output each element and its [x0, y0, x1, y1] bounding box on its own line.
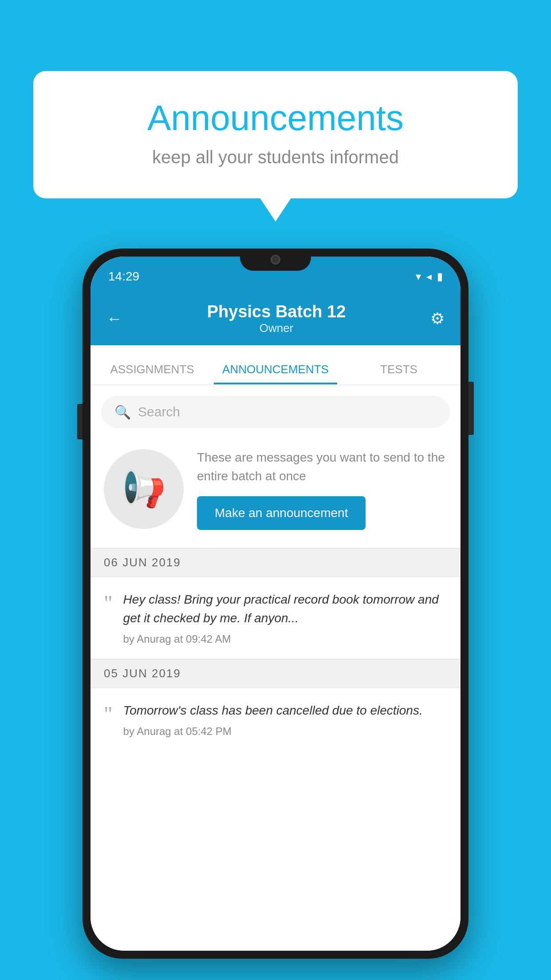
date-separator-2: 05 JUN 2019	[91, 659, 460, 688]
tab-announcements[interactable]: ANNOUNCEMENTS	[214, 363, 337, 384]
tab-bar: ASSIGNMENTS ANNOUNCEMENTS TESTS	[91, 345, 460, 385]
app-header: ← Physics Batch 12 Owner ⚙	[91, 292, 460, 345]
make-announcement-button[interactable]: Make an announcement	[197, 496, 366, 530]
search-icon: 🔍	[114, 404, 131, 420]
phone-screen: 14:29 ▾ ◂ ▮ ← Physics Batch 12 Owner ⚙	[91, 257, 460, 951]
header-subtitle: Owner	[207, 321, 346, 335]
phone-outer: 14:29 ▾ ◂ ▮ ← Physics Batch 12 Owner ⚙	[83, 249, 468, 959]
content-area: 🔍 Search 📢 These are messages you want t…	[91, 385, 460, 951]
quote-icon-1: "	[104, 593, 113, 614]
message-item-1[interactable]: " Hey class! Bring your practical record…	[91, 577, 460, 659]
notch-camera	[271, 255, 280, 265]
search-placeholder: Search	[138, 404, 180, 419]
header-center: Physics Batch 12 Owner	[207, 302, 346, 335]
back-button[interactable]: ←	[106, 309, 122, 328]
battery-icon: ▮	[437, 270, 443, 283]
phone-mockup: 14:29 ▾ ◂ ▮ ← Physics Batch 12 Owner ⚙	[83, 249, 468, 959]
message-content-2: Tomorrow's class has been cancelled due …	[123, 701, 447, 738]
speech-bubble-subtitle: keep all your students informed	[69, 147, 482, 167]
search-bar[interactable]: 🔍 Search	[101, 396, 450, 428]
message-text-2: Tomorrow's class has been cancelled due …	[123, 701, 447, 720]
phone-notch	[240, 249, 311, 271]
megaphone-icon: 📢	[122, 468, 166, 510]
announcement-description: These are messages you want to send to t…	[197, 448, 447, 486]
speech-bubble-title: Announcements	[69, 98, 482, 138]
announcement-icon-circle: 📢	[104, 449, 184, 529]
speech-bubble: Announcements keep all your students inf…	[33, 71, 518, 198]
status-icons: ▾ ◂ ▮	[416, 270, 443, 283]
speech-bubble-section: Announcements keep all your students inf…	[33, 71, 518, 198]
announcement-right: These are messages you want to send to t…	[197, 448, 447, 530]
status-time: 14:29	[108, 269, 139, 284]
tab-tests[interactable]: TESTS	[337, 363, 460, 384]
date-separator-1: 06 JUN 2019	[91, 548, 460, 577]
wifi-icon: ▾	[416, 270, 421, 283]
message-meta-1: by Anurag at 09:42 AM	[123, 633, 447, 645]
signal-icon: ◂	[426, 270, 432, 283]
announcement-prompt: 📢 These are messages you want to send to…	[91, 435, 460, 548]
settings-gear-icon[interactable]: ⚙	[430, 309, 445, 328]
message-text-1: Hey class! Bring your practical record b…	[123, 590, 447, 628]
message-content-1: Hey class! Bring your practical record b…	[123, 590, 447, 645]
message-item-2[interactable]: " Tomorrow's class has been cancelled du…	[91, 688, 460, 751]
header-title: Physics Batch 12	[207, 302, 346, 321]
tab-assignments[interactable]: ASSIGNMENTS	[91, 363, 214, 384]
quote-icon-2: "	[104, 703, 113, 725]
message-meta-2: by Anurag at 05:42 PM	[123, 725, 447, 738]
